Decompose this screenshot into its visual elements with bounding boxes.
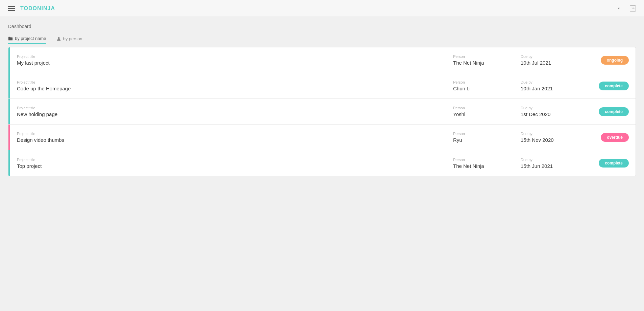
dueby-value: 10th Jul 2021 <box>521 60 581 66</box>
dueby-value: 10th Jan 2021 <box>521 86 581 91</box>
person-label: Person <box>453 80 507 84</box>
logo-todo: TODO <box>20 5 37 11</box>
project-title-value: Top project <box>17 163 440 169</box>
dueby-value: 15th Nov 2020 <box>521 137 581 143</box>
filter-tab-label: by project name <box>15 36 46 41</box>
dueby-value: 1st Dec 2020 <box>521 111 581 117</box>
breadcrumb: Dashboard <box>8 24 636 29</box>
dueby-label: Due by <box>521 54 581 59</box>
svg-point-0 <box>58 37 59 39</box>
project-info: Project title Code up the Homepage <box>10 75 446 96</box>
signout-icon: ↪ <box>630 5 636 12</box>
person-label: Person <box>453 106 507 110</box>
project-dueby: Due by 1st Dec 2020 <box>514 101 588 122</box>
project-status: overdue <box>588 128 636 147</box>
projects-list: Project title My last project Person The… <box>8 47 636 176</box>
status-badge: complete <box>599 107 629 116</box>
person-value: Chun Li <box>453 86 507 91</box>
person-label: Person <box>453 54 507 59</box>
project-info: Project title Top project <box>10 153 446 174</box>
person-label: Person <box>453 158 507 162</box>
project-dueby: Due by 10th Jan 2021 <box>514 75 588 96</box>
dueby-value: 15th Jun 2021 <box>521 163 581 169</box>
chevron-down-icon: ▾ <box>618 6 620 10</box>
person-value: The Net Ninja <box>453 60 507 66</box>
project-person: Person The Net Ninja <box>446 50 514 70</box>
project-dueby: Due by 10th Jul 2021 <box>514 50 588 70</box>
project-title-value: Code up the Homepage <box>17 86 440 91</box>
project-info: Project title New holding page <box>10 101 446 122</box>
project-status: complete <box>588 77 636 95</box>
dueby-label: Due by <box>521 80 581 84</box>
signout-button[interactable]: ↪ <box>628 5 636 12</box>
project-person: Person Chun Li <box>446 75 514 96</box>
table-row: Project title My last project Person The… <box>8 47 636 73</box>
status-badge: ongoing <box>601 56 629 65</box>
project-status: complete <box>588 103 636 121</box>
header-right: ▾ ↪ <box>618 5 636 12</box>
app-header: TODONINJA ▾ ↪ <box>0 0 644 17</box>
project-person: Person The Net Ninja <box>446 153 514 174</box>
person-value: Ryu <box>453 137 507 143</box>
header-left: TODONINJA <box>8 5 55 12</box>
filter-tabs: by project nameby person <box>8 36 636 44</box>
filter-tab-by-project-name[interactable]: by project name <box>8 36 46 44</box>
menu-button[interactable]: ▾ <box>618 6 621 10</box>
page-content: Dashboard by project nameby person Proje… <box>0 17 644 183</box>
dueby-label: Due by <box>521 106 581 110</box>
folder-icon <box>8 36 13 41</box>
project-person: Person Ryu <box>446 127 514 148</box>
project-title-value: New holding page <box>17 111 440 117</box>
filter-tab-by-person[interactable]: by person <box>56 36 82 43</box>
app-logo: TODONINJA <box>20 5 55 12</box>
hamburger-menu[interactable] <box>8 6 15 11</box>
person-icon <box>56 37 61 41</box>
filter-tab-label: by person <box>63 36 82 41</box>
dueby-label: Due by <box>521 132 581 136</box>
project-title-label: Project title <box>17 80 440 84</box>
table-row: Project title Top project Person The Net… <box>8 150 636 176</box>
project-title-value: Design video thumbs <box>17 137 440 143</box>
project-dueby: Due by 15th Nov 2020 <box>514 127 588 148</box>
table-row: Project title New holding page Person Yo… <box>8 99 636 125</box>
project-status: complete <box>588 154 636 172</box>
status-badge: overdue <box>601 133 629 142</box>
dueby-label: Due by <box>521 158 581 162</box>
table-row: Project title Design video thumbs Person… <box>8 125 636 150</box>
status-badge: complete <box>599 159 629 168</box>
person-value: Yoshi <box>453 111 507 117</box>
person-label: Person <box>453 132 507 136</box>
project-person: Person Yoshi <box>446 101 514 122</box>
table-row: Project title Code up the Homepage Perso… <box>8 73 636 99</box>
person-value: The Net Ninja <box>453 163 507 169</box>
project-info: Project title My last project <box>10 50 446 70</box>
logo-ninja: NINJA <box>37 5 55 11</box>
status-badge: complete <box>599 82 629 90</box>
project-title-label: Project title <box>17 158 440 162</box>
project-info: Project title Design video thumbs <box>10 127 446 148</box>
project-title-label: Project title <box>17 132 440 136</box>
project-title-label: Project title <box>17 106 440 110</box>
project-title-value: My last project <box>17 60 440 66</box>
project-title-label: Project title <box>17 54 440 59</box>
project-dueby: Due by 15th Jun 2021 <box>514 153 588 174</box>
project-status: ongoing <box>588 51 636 69</box>
